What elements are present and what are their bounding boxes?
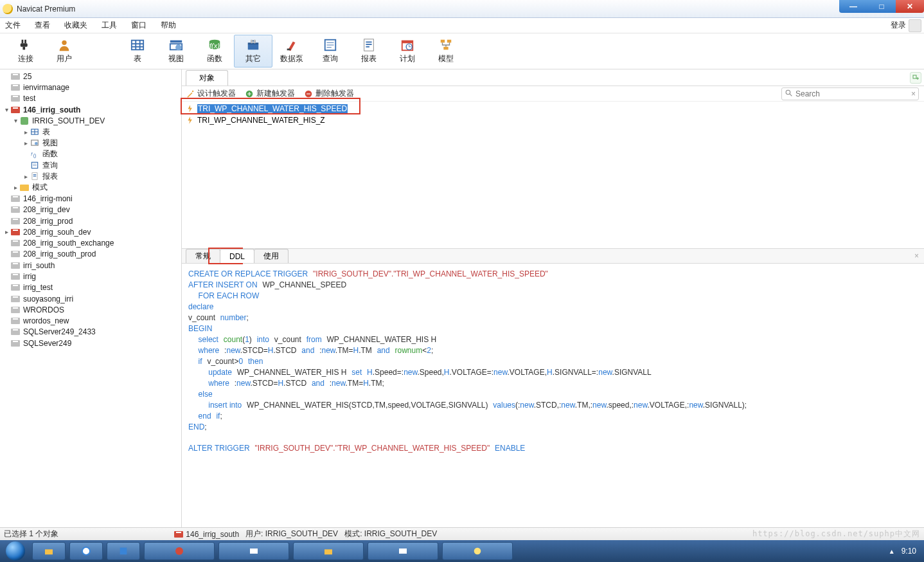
menu-view[interactable]: 查看 bbox=[35, 20, 50, 31]
svg-point-61 bbox=[474, 548, 481, 555]
node-label: IRRIG_SOUTH_DEV bbox=[32, 116, 105, 125]
node-icon bbox=[10, 295, 21, 304]
expand-arrow-icon[interactable]: ▾ bbox=[12, 117, 19, 124]
toolbar-table[interactable]: 表 bbox=[118, 35, 157, 68]
node-label: test bbox=[23, 94, 35, 103]
expand-arrow-icon[interactable]: ▸ bbox=[12, 184, 19, 191]
system-tray[interactable]: ▲ 9:10 bbox=[889, 547, 921, 556]
search-box[interactable]: × bbox=[781, 87, 919, 100]
tree-node[interactable]: ▸208_irrig_prod bbox=[0, 215, 181, 226]
windows-taskbar: ▲ 9:10 bbox=[0, 540, 924, 562]
trigger-item-selected[interactable]: TRI_WP_CHANNEL_WATER_HIS_SPEED bbox=[186, 103, 920, 114]
taskbar-item[interactable] bbox=[218, 542, 289, 560]
menu-help[interactable]: 帮助 bbox=[161, 20, 176, 31]
menu-favorites[interactable]: 收藏夹 bbox=[64, 20, 87, 31]
taskbar-item[interactable] bbox=[32, 542, 66, 560]
design-trigger-action[interactable]: 设计触发器 bbox=[186, 88, 236, 99]
taskbar-item[interactable] bbox=[107, 542, 140, 560]
tree-node[interactable]: ▸表 bbox=[0, 126, 181, 137]
tree-node[interactable]: ▸SQLServer249_2433 bbox=[0, 327, 181, 338]
minimize-button[interactable]: — bbox=[839, 0, 867, 13]
node-label: 146_irrig_south bbox=[23, 105, 80, 114]
tab-usage[interactable]: 使用 bbox=[254, 249, 289, 263]
new-tab-button[interactable] bbox=[910, 72, 921, 84]
expand-arrow-icon[interactable]: ▸ bbox=[22, 140, 30, 147]
menu-file[interactable]: 文件 bbox=[5, 20, 21, 31]
toolbar-model[interactable]: 模型 bbox=[427, 35, 465, 68]
node-icon bbox=[10, 327, 21, 336]
tree-node[interactable]: ▾146_irrig_south bbox=[0, 104, 181, 115]
tree-node[interactable]: ▸146_irrig-moni bbox=[0, 193, 181, 204]
tree-node[interactable]: ▸ienvirmanage bbox=[0, 82, 181, 93]
tree-node[interactable]: ▸视图 bbox=[0, 138, 181, 149]
connection-tree[interactable]: ▸25▸ienvirmanage▸test▾146_irrig_south▾IR… bbox=[0, 69, 182, 527]
toolbar-view[interactable]: 视图 bbox=[157, 35, 195, 68]
start-button[interactable] bbox=[3, 540, 28, 562]
tree-node[interactable]: ▸irrig bbox=[0, 271, 181, 282]
tree-node[interactable]: ▸报表 bbox=[0, 171, 181, 182]
expand-arrow-icon[interactable]: ▸ bbox=[3, 228, 10, 235]
taskbar-item[interactable] bbox=[293, 542, 364, 560]
search-icon bbox=[785, 89, 793, 99]
login-link[interactable]: 登录 bbox=[891, 20, 906, 31]
search-input[interactable] bbox=[795, 89, 909, 98]
tab-ddl[interactable]: DDL bbox=[220, 249, 254, 263]
menu-window[interactable]: 窗口 bbox=[131, 20, 147, 31]
menu-tools[interactable]: 工具 bbox=[102, 20, 117, 31]
tree-node[interactable]: ▸查询 bbox=[0, 159, 181, 170]
node-icon bbox=[10, 217, 21, 226]
node-label: 208_irrig_souh_dev bbox=[23, 228, 91, 237]
taskbar-item[interactable] bbox=[368, 542, 438, 560]
tree-node[interactable]: ▸irri_south bbox=[0, 260, 181, 271]
taskbar-item[interactable] bbox=[442, 542, 513, 560]
tree-node[interactable]: ▸suoyasong_irri bbox=[0, 293, 181, 304]
tree-node[interactable]: ▸25 bbox=[0, 71, 181, 82]
delete-trigger-action[interactable]: 删除触发器 bbox=[304, 88, 354, 99]
toolbar-report[interactable]: 报表 bbox=[350, 35, 388, 68]
tree-node[interactable]: ▸WRORDOS bbox=[0, 304, 181, 315]
query-icon bbox=[322, 38, 339, 52]
tree-node[interactable]: ▸208_irrig_dev bbox=[0, 204, 181, 215]
tab-general[interactable]: 常规 bbox=[186, 249, 220, 263]
tree-node[interactable]: ▸208_irrig_south_exchange bbox=[0, 237, 181, 248]
expand-arrow-icon[interactable]: ▸ bbox=[22, 129, 30, 136]
new-trigger-action[interactable]: 新建触发器 bbox=[245, 88, 295, 99]
maximize-button[interactable]: □ bbox=[867, 0, 896, 13]
tree-node[interactable]: ▸irrig_test bbox=[0, 282, 181, 293]
svg-rect-23 bbox=[366, 42, 371, 43]
toolbar-plan[interactable]: 计划 bbox=[388, 35, 427, 68]
tree-node[interactable]: ▸208_irrig_souh_dev bbox=[0, 226, 181, 237]
tree-node[interactable]: ▸f()函数 bbox=[0, 149, 181, 159]
taskbar-item[interactable] bbox=[69, 542, 103, 560]
tree-node[interactable]: ▸SQLSever249 bbox=[0, 338, 181, 349]
close-panel-icon[interactable]: × bbox=[914, 251, 919, 260]
avatar-placeholder[interactable] bbox=[909, 19, 921, 32]
tree-node[interactable]: ▸test bbox=[0, 93, 181, 104]
toolbar-query[interactable]: 查询 bbox=[311, 35, 350, 68]
tree-node[interactable]: ▸模式 bbox=[0, 182, 181, 193]
toolbar-other[interactable]: 其它 bbox=[234, 35, 272, 68]
taskbar-item[interactable] bbox=[144, 542, 215, 560]
close-button[interactable]: ✕ bbox=[896, 0, 924, 13]
sql-view[interactable]: CREATE OR REPLACE TRIGGER "IRRIG_SOUTH_D… bbox=[182, 264, 924, 527]
toolbar-function[interactable]: f(x) 函数 bbox=[195, 35, 234, 68]
expand-arrow-icon[interactable]: ▸ bbox=[22, 173, 30, 180]
tree-node[interactable]: ▸wrordos_new bbox=[0, 316, 181, 327]
svg-point-10 bbox=[175, 44, 181, 50]
node-icon bbox=[10, 194, 21, 203]
trigger-item[interactable]: TRI_WP_CHANNEL_WATER_HIS_Z bbox=[186, 114, 920, 126]
node-label: 函数 bbox=[42, 149, 58, 159]
window-titlebar: Navicat Premium — □ ✕ bbox=[0, 0, 924, 18]
toolbar-user[interactable]: 用户 bbox=[45, 35, 84, 68]
node-icon: f() bbox=[30, 150, 40, 159]
tree-node[interactable]: ▸208_irrig_south_prod bbox=[0, 249, 181, 260]
toolbar-connect[interactable]: 连接 bbox=[6, 35, 45, 68]
expand-arrow-icon[interactable]: ▾ bbox=[3, 106, 10, 113]
svg-rect-27 bbox=[402, 41, 413, 44]
clear-search-icon[interactable]: × bbox=[911, 89, 916, 98]
toolbar-datapump[interactable]: 数据泵 bbox=[272, 35, 311, 68]
node-icon bbox=[10, 305, 21, 314]
object-tab[interactable]: 对象 bbox=[186, 70, 228, 86]
tree-node[interactable]: ▾IRRIG_SOUTH_DEV bbox=[0, 115, 181, 126]
tray-up-icon[interactable]: ▲ bbox=[889, 548, 895, 555]
